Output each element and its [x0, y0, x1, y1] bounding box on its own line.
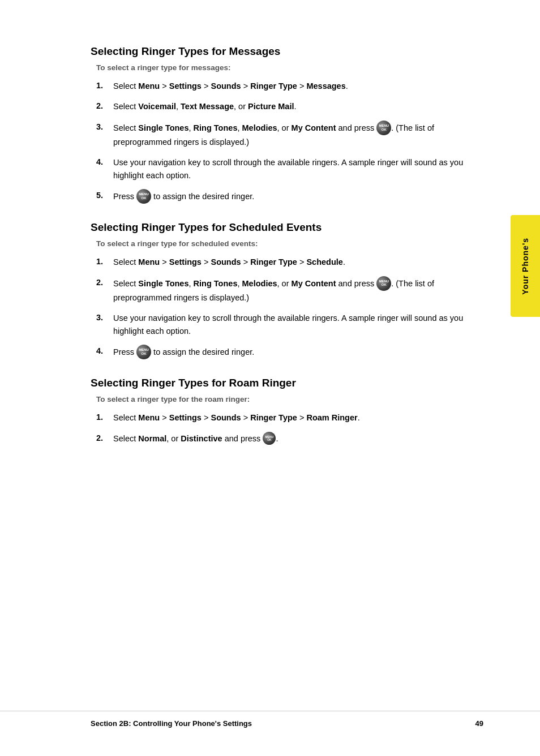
step-content: Select Menu > Settings > Sounds > Ringer…: [113, 411, 483, 424]
step-item: 3. Select Single Tones, Ring Tones, Melo…: [96, 121, 483, 148]
step-item: 1. Select Menu > Settings > Sounds > Rin…: [96, 80, 483, 92]
section1-title: Selecting Ringer Types for Messages: [91, 45, 483, 58]
step-content: Use your navigation key to scroll throug…: [113, 312, 483, 337]
footer: Section 2B: Controlling Your Phone's Set…: [0, 711, 540, 728]
step-content: Select Voicemail, Text Message, or Pictu…: [113, 100, 483, 113]
step-number: 2.: [96, 432, 113, 445]
step-item: 2. Select Single Tones, Ring Tones, Melo…: [96, 277, 483, 304]
section3-title: Selecting Ringer Types for Roam Ringer: [91, 377, 483, 389]
page-container: Your Phone's Selecting Ringer Types for …: [0, 0, 540, 756]
step-content: Select Menu > Settings > Sounds > Ringer…: [113, 256, 483, 268]
step-content: Press MENUOK to assign the desired ringe…: [113, 345, 483, 360]
step-item: 5. Press MENUOK to assign the desired ri…: [96, 190, 483, 204]
section2-subtitle: To select a ringer type for scheduled ev…: [96, 239, 483, 248]
step-content: Use your navigation key to scroll throug…: [113, 156, 483, 182]
side-tab: Your Phone's: [511, 215, 540, 317]
step-item: 4. Press MENUOK to assign the desired ri…: [96, 345, 483, 360]
step-number: 4.: [96, 156, 113, 169]
step-number: 3.: [96, 312, 113, 324]
step-number: 2.: [96, 100, 113, 113]
section1-steps: 1. Select Menu > Settings > Sounds > Rin…: [96, 80, 483, 204]
step-content: Select Menu > Settings > Sounds > Ringer…: [113, 80, 483, 92]
section2-steps: 1. Select Menu > Settings > Sounds > Rin…: [96, 256, 483, 360]
step-number: 2.: [96, 277, 113, 289]
section3-steps: 1. Select Menu > Settings > Sounds > Rin…: [96, 411, 483, 445]
step-number: 3.: [96, 121, 113, 134]
step-number: 4.: [96, 345, 113, 358]
step-number: 1.: [96, 256, 113, 268]
section-scheduled: Selecting Ringer Types for Scheduled Eve…: [91, 221, 483, 360]
step-item: 1. Select Menu > Settings > Sounds > Rin…: [96, 411, 483, 424]
side-tab-text: Your Phone's: [521, 238, 530, 295]
step-content: Press MENUOK to assign the desired ringe…: [113, 190, 483, 204]
step-content: Select Normal, or Distinctive and press …: [113, 432, 483, 446]
step-item: 3. Use your navigation key to scroll thr…: [96, 312, 483, 337]
step-number: 1.: [96, 411, 113, 424]
section2-title: Selecting Ringer Types for Scheduled Eve…: [91, 221, 483, 234]
section3-subtitle: To select a ringer type for the roam rin…: [96, 395, 483, 403]
step-item: 2. Select Normal, or Distinctive and pre…: [96, 432, 483, 446]
section-roam: Selecting Ringer Types for Roam Ringer T…: [91, 377, 483, 445]
step-item: 4. Use your navigation key to scroll thr…: [96, 156, 483, 182]
step-content: Select Single Tones, Ring Tones, Melodie…: [113, 121, 483, 148]
section-messages: Selecting Ringer Types for Messages To s…: [91, 45, 483, 204]
step-content: Select Single Tones, Ring Tones, Melodie…: [113, 277, 483, 304]
step-number: 5.: [96, 190, 113, 202]
section1-subtitle: To select a ringer type for messages:: [96, 63, 483, 72]
step-item: 1. Select Menu > Settings > Sounds > Rin…: [96, 256, 483, 268]
step-number: 1.: [96, 80, 113, 92]
step-item: 2. Select Voicemail, Text Message, or Pi…: [96, 100, 483, 113]
footer-section-label: Section 2B: Controlling Your Phone's Set…: [91, 719, 252, 728]
footer-page-number: 49: [475, 719, 483, 728]
